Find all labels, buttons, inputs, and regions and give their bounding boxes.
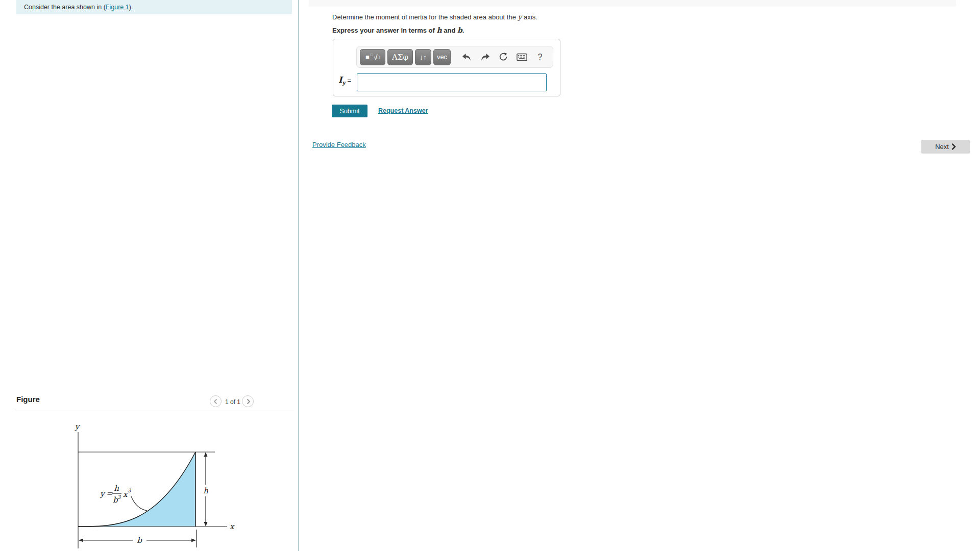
chevron-right-icon bbox=[245, 398, 251, 405]
shaded-area bbox=[78, 452, 195, 527]
instruction-before: Express your answer in terms of bbox=[332, 27, 436, 34]
equation-lhs: y bbox=[100, 489, 106, 498]
equation-toolbar: ■ □ √ □ ΑΣφ ↓↑ vec bbox=[356, 46, 553, 68]
figure-canvas: y x h b y = h b 3 x 3 bbox=[0, 413, 299, 551]
answer-module: ■ □ √ □ ΑΣφ ↓↑ vec bbox=[333, 39, 560, 96]
figure-1-link[interactable]: Figure 1 bbox=[106, 4, 129, 11]
next-button-label: Next bbox=[935, 143, 949, 151]
next-chevron-icon bbox=[951, 143, 956, 150]
provide-feedback-link[interactable]: Provide Feedback bbox=[312, 141, 366, 148]
problem-intro-banner: Consider the area shown in (Figure 1). bbox=[16, 0, 292, 14]
b-dim-arrow-left bbox=[79, 539, 83, 542]
redo-button[interactable] bbox=[479, 53, 491, 61]
instruction-and: and bbox=[442, 27, 457, 34]
equation-var-exp: 3 bbox=[128, 488, 131, 493]
reset-button[interactable] bbox=[498, 53, 509, 62]
undo-icon bbox=[462, 53, 472, 61]
h-dim-label: h bbox=[203, 486, 208, 495]
instruction-text: Express your answer in terms of h and b. bbox=[332, 26, 464, 34]
figure-section-title: Figure bbox=[16, 395, 40, 404]
root-index-box-icon: □ bbox=[371, 53, 373, 57]
request-answer-link[interactable]: Request Answer bbox=[378, 107, 428, 114]
panel-divider bbox=[298, 0, 299, 551]
equation-denominator-exp: 3 bbox=[117, 494, 121, 500]
h-dim-arrow-up bbox=[204, 452, 208, 457]
question-after: axis. bbox=[522, 13, 537, 21]
instruction-after: . bbox=[462, 27, 464, 34]
question-before: Determine the moment of inertia for the … bbox=[332, 13, 518, 21]
intro-text-after: ). bbox=[129, 4, 133, 11]
undo-redo-arrows-button[interactable]: ↓↑ bbox=[415, 49, 431, 65]
equation-numerator: h bbox=[114, 484, 119, 493]
instruction-math-h: h bbox=[436, 26, 442, 34]
equation-leader-line bbox=[131, 496, 147, 511]
math-templates-button[interactable]: ■ □ √ □ bbox=[360, 49, 385, 65]
figure-pagination-count: 1 of 1 bbox=[223, 398, 243, 406]
answer-subscript-y: y bbox=[342, 80, 345, 86]
figure-prev-button[interactable] bbox=[210, 395, 222, 407]
scrolled-header-strip bbox=[309, 0, 956, 7]
filled-square-icon: ■ bbox=[365, 53, 370, 61]
page: Consider the area shown in (Figure 1). F… bbox=[0, 0, 980, 551]
instruction-math-b: b bbox=[457, 26, 462, 34]
figure-header-divider bbox=[15, 411, 294, 411]
keyboard-shortcuts-button[interactable] bbox=[516, 53, 527, 61]
b-dim-label: b bbox=[137, 536, 142, 545]
answer-input[interactable] bbox=[357, 73, 547, 91]
y-axis-label: y bbox=[75, 422, 81, 431]
reset-icon bbox=[499, 53, 508, 62]
answer-label: Iy = bbox=[338, 75, 351, 86]
h-dim-arrow-down bbox=[204, 522, 208, 527]
figure-next-button[interactable] bbox=[242, 395, 254, 407]
x-axis-label: x bbox=[230, 522, 235, 531]
radicand-box-icon: □ bbox=[376, 54, 380, 60]
keyboard-icon bbox=[517, 53, 527, 61]
undo-button[interactable] bbox=[461, 53, 472, 61]
submit-button[interactable]: Submit bbox=[332, 105, 368, 117]
next-button[interactable]: Next bbox=[921, 140, 970, 154]
chevron-left-icon bbox=[213, 398, 219, 405]
greek-symbols-button[interactable]: ΑΣφ bbox=[387, 49, 413, 65]
intro-text-before: Consider the area shown in ( bbox=[24, 4, 106, 11]
help-button[interactable]: ? bbox=[534, 53, 546, 62]
answer-equals: = bbox=[348, 77, 352, 84]
vector-button[interactable]: vec bbox=[433, 49, 451, 65]
redo-icon bbox=[480, 53, 490, 61]
b-dim-arrow-right bbox=[191, 539, 196, 542]
question-text: Determine the moment of inertia for the … bbox=[332, 13, 537, 21]
